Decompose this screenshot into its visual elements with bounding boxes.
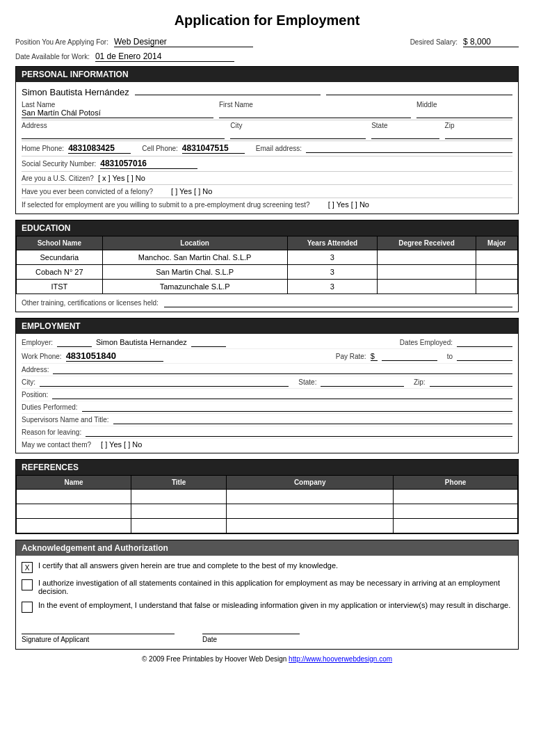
home-phone-label: Home Phone: [22,145,64,152]
col-school: School Name [17,236,103,250]
page-title: Application for Employment [15,13,519,29]
cell-phone-value: 4831047515 [182,143,245,154]
emp-address-row: Address: [22,364,512,376]
edu-cell-location: San Martin Chal. S.L.P [102,265,287,280]
edu-cell-years: 3 [287,265,377,280]
references-section: REFERENCES Name Title Company Phone [15,459,519,534]
sig-label: Signature of Applicant [22,636,175,643]
ack-checkbox-0[interactable]: X [22,562,33,573]
edu-cell-major [476,250,517,265]
acknowledgement-section: Acknowledgement and Authorization XI cer… [15,540,519,650]
employment-section: EMPLOYMENT Employer: Simon Bautista Hern… [15,318,519,453]
employer-row: Employer: Simon Bautista Hernandez Dates… [22,337,512,349]
other-training-value [164,298,512,307]
contact-value: [ ] Yes [ ] No [101,440,142,449]
zip-label: Zip [445,122,512,129]
ref-col-title: Title [131,476,227,490]
address-row: Address City State Zip [22,120,512,141]
ack-checkbox-1[interactable] [22,579,33,590]
employer-after [191,338,226,347]
work-phone-value: 4831051840 [66,351,163,362]
edu-cell-years: 3 [287,250,377,265]
edu-cell-school: Secundaria [17,250,103,265]
pay-rate-label: Pay Rate: [336,353,366,360]
edu-cell-school: ITST [17,280,103,294]
dates-from [457,338,512,347]
duties-value [82,403,512,412]
phone-row: Home Phone: 4831083425 Cell Phone: 48310… [22,141,512,156]
address-value [22,129,225,139]
ack-checkbox-2[interactable] [22,602,33,613]
ref-cell-name [17,490,131,504]
edu-cell-degree [378,250,476,265]
drug-value: [ ] Yes [ ] No [328,200,369,209]
date-value: 01 de Enero 2014 [95,51,234,62]
emp-state-value [321,378,403,387]
emp-zip-value [430,378,512,387]
supervisor-row: Supervisors Name and Title: [22,414,512,426]
sig-line [22,625,175,634]
salary-value: $ 8,000 [463,37,519,47]
citizen-row: Are you a U.S. Citizen? [ x ] Yes [ ] No [22,172,512,185]
ref-cell-phone [394,519,518,533]
cell-phone-label: Cell Phone: [142,145,178,152]
full-name-value: Simon Bautista Hernández [22,87,129,97]
emp-city-label: City: [22,378,35,386]
personal-info-block: Simon Bautista Hernández Last Name San M… [16,82,518,214]
name-fields-row: Last Name San Martín Chál Potosí First N… [22,99,512,120]
dates-to-label: to [447,353,453,360]
footer: © 2009 Free Printables by Hoover Web Des… [15,655,519,663]
edu-cell-major [476,280,517,294]
dates-to [457,352,512,361]
employer-before [57,338,92,347]
city-label: City [230,122,366,129]
work-phone-label: Work Phone: [22,353,62,360]
date-row: Date Available for Work: 01 de Enero 201… [15,51,519,62]
reason-value [86,428,512,437]
middle-label: Middle [416,101,512,108]
ref-col-company: Company [227,476,394,490]
other-training-row: Other training, certifications or licens… [16,294,518,312]
signature-row: Signature of Applicant Date [22,625,512,643]
citizen-label: Are you a U.S. Citizen? [22,175,94,182]
ack-text-0: I certify that all answers given herein … [38,561,338,570]
contact-row: May we contact them? [ ] Yes [ ] No [22,439,512,450]
ref-cell-company [227,519,394,533]
ref-col-name: Name [17,476,131,490]
supervisor-label: Supervisors Name and Title: [22,416,109,424]
ref-cell-company [227,490,394,504]
ref-cell-company [227,504,394,519]
ack-block: XI certify that all answers given herein… [16,556,518,649]
felony-row: Have you ever been convicted of a felony… [22,185,512,198]
emp-zip-label: Zip: [414,378,426,386]
contact-label: May we contact them? [22,441,91,449]
supervisor-value [113,415,512,424]
ack-item-1: I authorize investigation of all stateme… [22,579,512,595]
home-phone-value: 4831083425 [68,143,131,154]
ack-item-0: XI certify that all answers given herein… [22,561,512,573]
ref-row-2 [17,519,518,533]
state-label: State [371,122,439,129]
reason-label: Reason for leaving: [22,428,81,436]
pay-rate-currency: $ [371,352,378,361]
full-name-row: Simon Bautista Hernández [22,85,512,99]
other-training-label: Other training, certifications or licens… [22,299,159,307]
ref-row-1 [17,504,518,519]
emp-city-value [40,378,289,387]
pay-rate-value [382,352,437,361]
email-label: Email address: [256,145,302,152]
ref-row-0 [17,490,518,504]
emp-address-label: Address: [22,366,49,373]
footer-text: © 2009 Free Printables by Hoover Web Des… [142,655,289,663]
employment-header: EMPLOYMENT [16,319,518,334]
dates-label: Dates Employed: [400,339,453,346]
personal-info-header: PERSONAL INFORMATION [16,67,518,82]
felony-label: Have you ever been convicted of a felony… [22,188,153,195]
col-years: Years Attended [287,236,377,250]
education-header: EDUCATION [16,220,518,236]
reason-row: Reason for leaving: [22,426,512,439]
city-value [230,129,366,139]
edu-cell-degree [378,265,476,280]
first-name-value [219,108,411,118]
footer-link[interactable]: http://www.hooverwebdesign.com [289,655,392,663]
